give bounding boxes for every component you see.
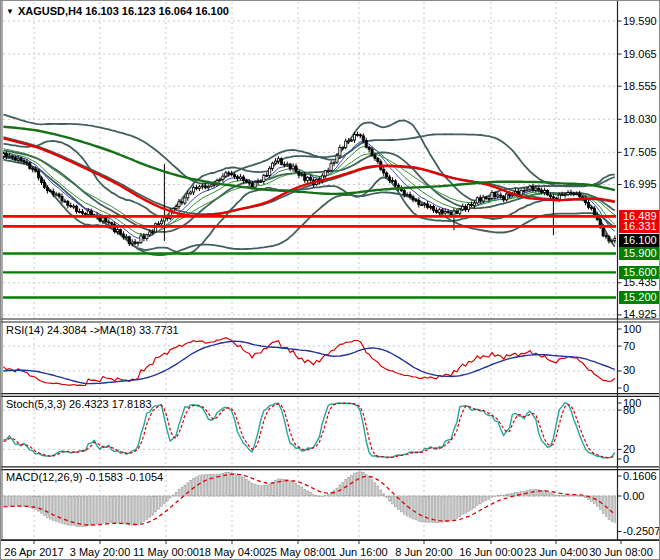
price-tick-label: 14.925 bbox=[623, 308, 660, 321]
rsi-tick-label: 0 bbox=[623, 382, 660, 395]
trading-chart-window: { "window": { "symbol_line": "XAGUSD,H4 … bbox=[0, 0, 660, 560]
stoch-indicator-label: Stoch(5,3,3) 26.4323 17.8183 bbox=[6, 398, 152, 410]
date-tick-label: 16 Jun 00:00 bbox=[459, 546, 523, 558]
date-tick-label: 26 Apr 2017 bbox=[4, 546, 63, 558]
rsi-tick-label: 30 bbox=[623, 364, 660, 377]
date-tick-label: 3 May 20:00 bbox=[70, 546, 131, 558]
rsi-tick-label: 100 bbox=[623, 323, 660, 336]
date-tick-label: 30 Jun 08:00 bbox=[589, 546, 653, 558]
date-tick-label: 1 Jun 16:00 bbox=[330, 546, 388, 558]
rsi-tick-label: 70 bbox=[623, 340, 660, 353]
price-tick-label: 16.995 bbox=[623, 178, 660, 191]
macd-indicator-label: MACD(12,26,9) -0.1583 -0.1054 bbox=[6, 471, 163, 483]
stoch-tick-label: 0 bbox=[623, 453, 660, 466]
price-tick-label: 18.555 bbox=[623, 80, 660, 93]
support-price-badge: 15.200 bbox=[619, 291, 660, 304]
current-price-badge: 16.100 bbox=[619, 234, 660, 247]
symbol-quote-text: XAGUSD,H4 16.103 16.123 16.064 16.100 bbox=[18, 5, 229, 17]
date-tick-label: 23 Jun 04:00 bbox=[524, 546, 588, 558]
date-tick-label: 8 Jun 20:00 bbox=[395, 546, 453, 558]
rsi-indicator-label: RSI(14) 24.3084 ->MA(18) 33.7731 bbox=[6, 324, 179, 336]
macd-tick-label: 0.1606 bbox=[623, 470, 660, 483]
stoch-tick-label: 80 bbox=[623, 404, 660, 417]
resistance-price-badge: 16.331 bbox=[619, 220, 660, 233]
price-tick-label: 17.505 bbox=[623, 146, 660, 159]
macd-tick-label: 0.00 bbox=[623, 490, 660, 503]
macd-tick-label: -0.2507 bbox=[623, 525, 660, 538]
price-tick-label: 19.590 bbox=[623, 15, 660, 28]
chevron-down-icon[interactable]: ▼ bbox=[6, 7, 14, 16]
price-tick-label: 19.065 bbox=[623, 48, 660, 61]
date-tick-label: 25 May 08:00 bbox=[265, 546, 332, 558]
support-price-badge: 15.900 bbox=[619, 247, 660, 260]
date-tick-label: 18 May 04:00 bbox=[199, 546, 266, 558]
symbol-quote-line[interactable]: ▼XAGUSD,H4 16.103 16.123 16.064 16.100 bbox=[6, 5, 229, 17]
support-price-badge: 15.600 bbox=[619, 266, 660, 279]
price-tick-label: 18.030 bbox=[623, 113, 660, 126]
date-tick-label: 11 May 00:00 bbox=[133, 546, 199, 558]
